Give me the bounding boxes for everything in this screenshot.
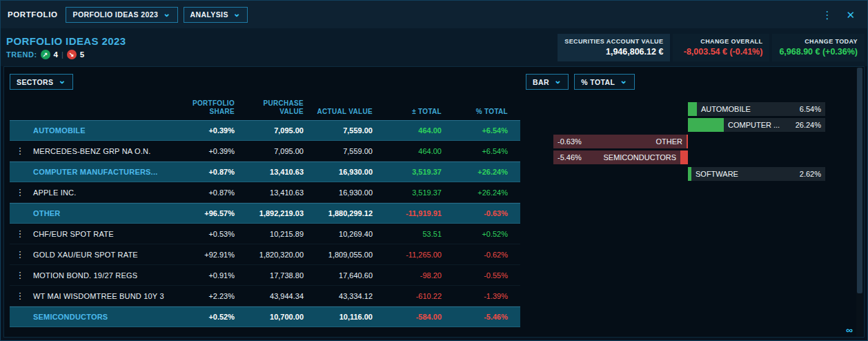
percent-change-cell: -0.63% — [442, 209, 513, 217]
bar-value: 26.24% — [796, 121, 821, 129]
chart-type-dropdown[interactable]: BAR ⌄ — [526, 74, 569, 90]
actual-value-cell: 16,930.00 — [304, 188, 373, 197]
purchase-value-cell: 1,892,219.03 — [235, 209, 304, 217]
actual-value-cell: 17,640.60 — [304, 271, 373, 280]
bar-label-box: -5.46%SEMICONDUCTORS — [553, 150, 680, 164]
page-title: PORFOLIO IDEAS 2023 — [6, 35, 126, 47]
row-name: AUTOMOBILE — [33, 126, 86, 135]
portfolio-selector-label: PORFOLIO IDEAS 2023 — [72, 10, 158, 19]
sector-row[interactable]: OTHER+96.57%1,892,219.031,880,299.12-11,… — [10, 203, 520, 224]
row-menu-icon[interactable]: ⋮ — [15, 228, 25, 239]
chart-bar-row[interactable]: AUTOMOBILE6.54% — [526, 102, 825, 116]
actual-value-cell: 43,334.12 — [304, 292, 373, 300]
actual-value-cell: 7,559.00 — [304, 147, 373, 155]
total-change-cell: 464.00 — [373, 147, 442, 155]
actual-value-cell: 10,116.00 — [304, 313, 373, 321]
bar-value: 6.54% — [800, 105, 821, 113]
instrument-row[interactable]: ⋮MOTION BOND. 19/27 REGS+0.91%17,738.801… — [10, 265, 520, 286]
portfolio-selector-dropdown[interactable]: PORFOLIO IDEAS 2023 ⌄ — [66, 7, 177, 23]
total-change-cell: -11,265.00 — [373, 251, 442, 259]
row-menu-icon[interactable]: ⋮ — [15, 187, 25, 197]
row-name: SEMICONDUCTORS — [33, 313, 108, 321]
chart-bar-row[interactable]: SOFTWARE2.62% — [526, 167, 825, 181]
percent-change-cell: +26.24% — [442, 168, 513, 176]
scrollbar-thumb[interactable] — [857, 68, 862, 293]
chevron-down-icon: ⌄ — [233, 9, 241, 18]
row-name-cell: AUTOMOBILE — [10, 126, 166, 135]
actual-value-cell: 16,930.00 — [304, 168, 373, 176]
chart-bar-row[interactable]: -5.46%SEMICONDUCTORS — [526, 150, 825, 164]
percent-change-cell: +0.52% — [442, 230, 513, 238]
percent-change-cell: -0.55% — [442, 271, 513, 280]
row-name-cell: ⋮CHF/EUR SPOT RATE — [10, 228, 166, 239]
table-header: PORTFOLIO SHARE PURCHASE VALUE ACTUAL VA… — [10, 97, 520, 120]
bar-value: 2.62% — [800, 170, 821, 178]
header-left: PORFOLIO IDEAS 2023 TREND: ↗ 4 | ↘ 5 — [6, 35, 126, 59]
bar-segment-positive — [688, 102, 697, 116]
sector-row[interactable]: AUTOMOBILE+0.39%7,095.007,559.00464.00+6… — [10, 120, 520, 141]
row-name-cell: OTHER — [10, 209, 166, 217]
portfolio-share-cell: +2.23% — [166, 292, 235, 300]
percent-change-cell: +6.54% — [442, 126, 513, 135]
actual-value-cell: 1,809,055.00 — [304, 251, 373, 259]
trend-down-count: 5 — [80, 50, 84, 59]
main-panel: SECTORS ⌄ PORTFOLIO SHARE PURCHASE VALUE… — [3, 66, 865, 338]
total-change-cell: 3,519.37 — [373, 188, 442, 197]
topbar: PORTFOLIO PORFOLIO IDEAS 2023 ⌄ ANALYSIS… — [1, 1, 867, 28]
account-stats: SECURITIES ACCOUNT VALUE 1,946,806.12 € … — [558, 34, 865, 61]
row-name: CHF/EUR SPOT RATE — [33, 230, 114, 238]
chevron-down-icon: ⌄ — [620, 76, 627, 85]
instrument-row[interactable]: ⋮WT MAI WISDOMTREE BUND 10Y 3+2.23%43,94… — [10, 286, 520, 306]
row-name-cell: ⋮MERCEDES-BENZ GRP NA O.N. — [10, 146, 166, 156]
chart-metric-dropdown[interactable]: % TOTAL ⌄ — [574, 74, 634, 90]
portfolio-share-cell: +0.87% — [166, 188, 235, 197]
portfolio-share-cell: +0.39% — [166, 126, 235, 135]
instrument-row[interactable]: ⋮GOLD XAU/EUR SPOT RATE+92.91%1,820,320.… — [10, 244, 520, 265]
change-today-stat: CHANGE TODAY 6,968.90 € (+0.36%) — [772, 34, 865, 61]
row-menu-icon[interactable]: ⋮ — [15, 291, 25, 301]
row-menu-icon[interactable]: ⋮ — [15, 146, 25, 156]
chevron-down-icon: ⌄ — [554, 76, 562, 85]
purchase-value-cell: 10,215.89 — [235, 230, 304, 238]
chart-bar-row[interactable]: COMPUTER ...26.24% — [526, 118, 825, 132]
purchase-value-cell: 13,410.63 — [235, 188, 304, 197]
analysis-dropdown[interactable]: ANALYSIS ⌄ — [184, 7, 248, 23]
chevron-down-icon: ⌄ — [163, 9, 170, 18]
stat-value: -8,003.54 € (-0.41%) — [680, 47, 762, 57]
actual-value-cell: 1,880,299.12 — [304, 209, 373, 217]
instrument-row[interactable]: ⋮CHF/EUR SPOT RATE+0.53%10,215.8910,269.… — [10, 224, 520, 244]
row-name: OTHER — [33, 209, 61, 217]
instrument-row[interactable]: ⋮APPLE INC.+0.87%13,410.6316,930.003,519… — [10, 182, 520, 203]
kebab-menu-icon[interactable]: ⋮ — [822, 10, 832, 20]
total-change-cell: -11,919.91 — [373, 209, 442, 217]
percent-change-cell: -5.46% — [442, 313, 513, 321]
purchase-value-cell: 43,944.34 — [235, 292, 304, 300]
close-icon[interactable]: ✕ — [846, 10, 855, 20]
trend-separator: | — [61, 50, 63, 59]
vertical-scrollbar[interactable] — [856, 68, 863, 336]
chart-type-label: BAR — [533, 78, 549, 86]
change-overall-stat: CHANGE OVERALL -8,003.54 € (-0.41%) — [673, 34, 769, 61]
trend-up-icon: ↗ — [41, 50, 50, 59]
chart-bar-row[interactable]: -0.63%OTHER — [526, 135, 825, 148]
bar-label: SOFTWARE — [696, 170, 738, 178]
stat-value: 1,946,806.12 € — [564, 47, 663, 57]
actual-value-cell: 7,559.00 — [304, 126, 373, 135]
chart-metric-label: % TOTAL — [581, 78, 615, 86]
column-header-portfolio-share: PORTFOLIO SHARE — [166, 99, 235, 116]
percent-change-cell: +6.54% — [442, 147, 513, 155]
sector-row[interactable]: COMPUTER MANUFACTURERS...+0.87%13,410.63… — [10, 162, 520, 182]
bar-segment-negative — [680, 150, 688, 164]
instrument-row[interactable]: ⋮MERCEDES-BENZ GRP NA O.N.+0.39%7,095.00… — [10, 141, 520, 162]
bar-label-box: -0.63%OTHER — [553, 135, 687, 148]
sector-row[interactable]: SEMICONDUCTORS+0.52%10,700.0010,116.00-5… — [10, 306, 520, 327]
sectors-dropdown[interactable]: SECTORS ⌄ — [10, 74, 73, 90]
row-menu-icon[interactable]: ⋮ — [15, 270, 25, 280]
portfolio-share-cell: +0.87% — [166, 168, 235, 176]
row-name-cell: ⋮GOLD XAU/EUR SPOT RATE — [10, 249, 166, 260]
purchase-value-cell: 10,700.00 — [235, 313, 304, 321]
link-icon[interactable]: ∞ — [846, 324, 853, 335]
row-name: GOLD XAU/EUR SPOT RATE — [33, 251, 138, 259]
row-menu-icon[interactable]: ⋮ — [15, 249, 25, 260]
portfolio-share-cell: +92.91% — [166, 251, 235, 259]
